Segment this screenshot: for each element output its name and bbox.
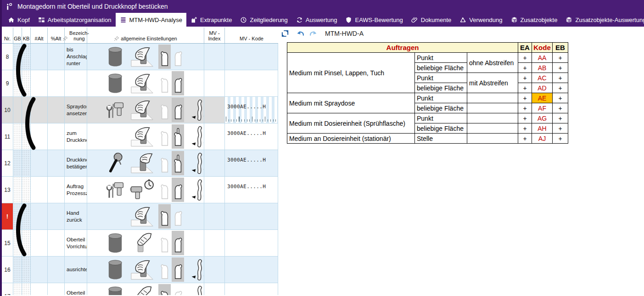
tab-kopf[interactable]: Kopf xyxy=(4,13,34,27)
tab-arbeitsplatzorganisation[interactable]: Arbeitsplatzorganisation xyxy=(34,13,116,27)
press-hand-icon[interactable] xyxy=(128,153,157,173)
cylinder-icon[interactable] xyxy=(105,285,126,295)
left-hand-icon[interactable] xyxy=(158,204,171,229)
left-hand-icon[interactable] xyxy=(158,71,171,95)
analysis-row-12[interactable]: 12Druckknopf betätigen3000AE.....H xyxy=(2,150,278,177)
tools-icon[interactable] xyxy=(105,179,126,201)
expand-icon[interactable] xyxy=(280,29,290,38)
eb-plus-button[interactable]: + xyxy=(553,123,568,134)
tab-zeitgliederung[interactable]: Zeitgliederung xyxy=(236,13,291,27)
undo-icon[interactable] xyxy=(296,29,305,38)
grasp-hand-icon[interactable] xyxy=(128,100,157,120)
mv-kode-cell[interactable]: 3000AE.....H xyxy=(225,97,278,123)
tab-zusatzobjekte-auswertung[interactable]: Zusatzobjekte-Auswertung xyxy=(561,13,644,27)
mv-kode-cell[interactable] xyxy=(225,70,278,97)
grasp-hand-icon[interactable] xyxy=(128,206,157,227)
eb-plus-button[interactable]: + xyxy=(553,73,568,83)
analysis-row-17[interactable]: 17Oberteil in xyxy=(2,283,278,295)
right-hand-icon[interactable] xyxy=(172,178,184,202)
right-hand-icon[interactable] xyxy=(172,45,184,69)
left-hand-icon[interactable] xyxy=(158,124,171,149)
left-hand-icon[interactable] xyxy=(158,178,171,202)
code-cell-AB[interactable]: AB xyxy=(532,63,553,73)
finger-hand-icon[interactable] xyxy=(172,151,184,175)
ea-plus-button[interactable]: + xyxy=(518,103,532,113)
tools-icon[interactable] xyxy=(105,99,126,121)
code-cell-AC[interactable]: AC xyxy=(532,73,553,83)
code-cell-AH[interactable]: AH xyxy=(532,123,553,134)
left-hand-icon[interactable] xyxy=(158,45,171,69)
actuator-icon[interactable] xyxy=(105,152,126,174)
code-cell-AG[interactable]: AG xyxy=(532,113,553,123)
analysis-row-11[interactable]: 11zum Druckknopf3000AE.....H xyxy=(2,123,278,150)
eb-plus-button[interactable]: + xyxy=(553,93,568,103)
ea-plus-button[interactable]: + xyxy=(518,63,532,73)
ea-plus-button[interactable]: + xyxy=(518,93,532,103)
mv-kode-cell[interactable]: 3000AE.....H xyxy=(225,177,278,203)
code-cell-AF[interactable]: AF xyxy=(532,103,553,113)
analysis-row-14[interactable]: !Hand zurück xyxy=(2,203,278,230)
left-hand-icon[interactable] xyxy=(158,98,171,122)
analysis-row-9[interactable]: 9 xyxy=(2,70,278,97)
mv-kode-cell[interactable] xyxy=(225,257,278,283)
mv-kode-cell[interactable]: 3000AE.....H xyxy=(225,150,278,177)
left-hand-icon[interactable] xyxy=(158,284,171,295)
cylinder-icon[interactable] xyxy=(105,46,126,67)
grasp-hand-icon[interactable] xyxy=(128,46,157,67)
motion-arm-icon[interactable] xyxy=(189,126,204,148)
ea-plus-button[interactable]: + xyxy=(518,73,532,83)
mv-kode-cell[interactable] xyxy=(225,203,278,230)
tab-eaws-bewertung[interactable]: EAWS-Bewertung xyxy=(341,13,407,27)
tab-dokumente[interactable]: Dokumente xyxy=(407,13,455,27)
ea-plus-button[interactable]: + xyxy=(518,123,532,134)
cylinder-icon[interactable] xyxy=(105,259,126,280)
left-hand-icon[interactable] xyxy=(158,257,171,282)
left-hand-icon[interactable] xyxy=(158,231,171,255)
motion-arm-icon[interactable] xyxy=(189,259,204,281)
eb-plus-button[interactable]: + xyxy=(553,83,568,93)
ea-plus-button[interactable]: + xyxy=(518,53,532,63)
tab-mtm-hwd-analyse[interactable]: MTM-HWD-Analyse xyxy=(116,13,187,27)
analysis-row-13[interactable]: 13Auftrag Prozesszeit3000AE.....H xyxy=(2,177,278,203)
tab-extrapunkte[interactable]: Extrapunkte xyxy=(186,13,236,27)
eb-plus-button[interactable]: + xyxy=(553,103,568,113)
code-cell-AD[interactable]: AD xyxy=(532,83,553,93)
reach-hand-icon[interactable] xyxy=(128,286,157,295)
drill-timer-icon[interactable] xyxy=(128,179,157,200)
eb-plus-button[interactable]: + xyxy=(553,113,568,123)
ea-plus-button[interactable]: + xyxy=(518,113,532,123)
analysis-row-15[interactable]: 15Oberteil in Vorrichtung xyxy=(2,230,278,257)
analysis-row-16[interactable]: 16ausrichten xyxy=(2,257,278,283)
code-cell-AE[interactable]: AE xyxy=(532,93,553,103)
finger-hand-icon[interactable] xyxy=(172,124,184,149)
eb-plus-button[interactable]: + xyxy=(553,134,568,144)
motion-arm-icon[interactable] xyxy=(189,99,204,121)
analysis-row-10[interactable]: 10Spraydose ansetzen3000AE.....H xyxy=(2,97,278,123)
eb-plus-button[interactable]: + xyxy=(553,63,568,73)
motion-arm-icon[interactable] xyxy=(189,152,204,174)
tab-auswertung[interactable]: Auswertung xyxy=(292,13,342,27)
right-hand-icon[interactable] xyxy=(172,231,184,255)
tab-verwendung[interactable]: Verwendung xyxy=(455,13,506,27)
right-hand-icon[interactable] xyxy=(172,284,184,295)
right-hand-icon[interactable] xyxy=(172,98,184,122)
eb-plus-button[interactable]: + xyxy=(553,53,568,63)
mv-kode-cell[interactable] xyxy=(225,283,278,295)
left-hand-icon[interactable] xyxy=(158,151,171,175)
cylinder-icon[interactable] xyxy=(105,232,126,254)
grasp-hand-icon[interactable] xyxy=(128,126,157,147)
ea-plus-button[interactable]: + xyxy=(518,134,532,144)
mv-kode-cell[interactable] xyxy=(225,44,278,70)
reach-hand-icon[interactable] xyxy=(128,233,157,253)
right-hand-icon[interactable] xyxy=(172,71,184,95)
right-hand-icon[interactable] xyxy=(172,257,184,282)
redo-icon[interactable] xyxy=(309,29,318,38)
code-cell-AA[interactable]: AA xyxy=(532,53,553,63)
grasp-hand-icon[interactable] xyxy=(128,73,157,94)
ea-plus-button[interactable]: + xyxy=(518,83,532,93)
motion-arm-icon[interactable] xyxy=(189,285,204,296)
analysis-row-8[interactable]: 8bis Anschlag runter xyxy=(2,44,278,70)
mv-kode-cell[interactable] xyxy=(225,230,278,257)
right-hand-icon[interactable] xyxy=(172,204,184,229)
grasp-hand-icon[interactable] xyxy=(128,259,157,280)
